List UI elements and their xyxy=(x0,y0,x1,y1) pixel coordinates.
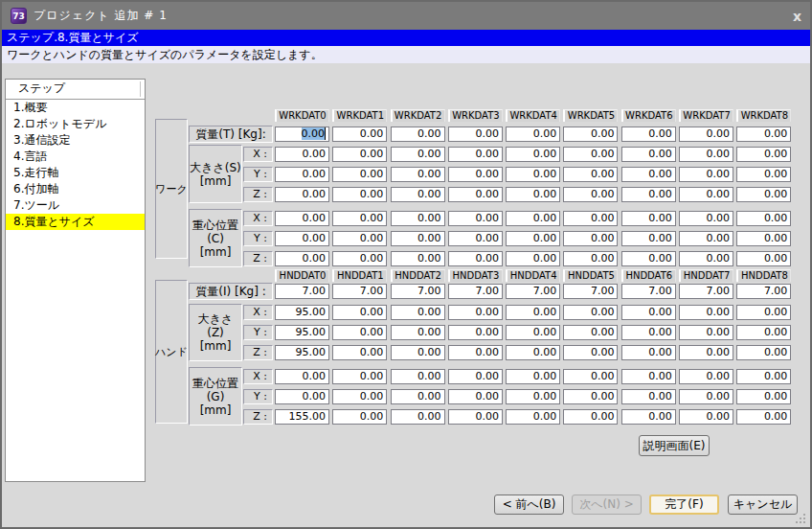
value-cell[interactable]: 0.00 xyxy=(391,389,445,404)
value-cell[interactable]: 0.00 xyxy=(332,126,387,142)
value-cell[interactable]: 0.00 xyxy=(679,369,733,384)
value-cell[interactable]: 0.00 xyxy=(275,187,329,202)
value-cell[interactable]: 7.00 xyxy=(448,284,503,299)
sidebar-step-item[interactable]: 7.ツール xyxy=(6,197,145,214)
value-cell[interactable]: 95.00 xyxy=(275,305,329,320)
value-cell[interactable]: 0.00 xyxy=(391,251,445,266)
value-cell[interactable]: 0.00 xyxy=(679,409,733,425)
value-cell[interactable]: 0.00 xyxy=(391,147,445,162)
value-cell[interactable]: 0.00 xyxy=(679,147,733,162)
value-cell[interactable]: 0.00 xyxy=(679,231,733,246)
value-cell[interactable]: 0.00 xyxy=(391,126,445,142)
value-cell[interactable]: 0.00 xyxy=(563,305,618,320)
value-cell[interactable]: 0.00 xyxy=(275,251,329,266)
value-cell[interactable]: 0.00 xyxy=(275,389,329,404)
value-cell[interactable]: 0.00 xyxy=(448,231,503,246)
value-cell[interactable]: 0.00 xyxy=(736,305,791,320)
value-cell[interactable]: 0.00 xyxy=(679,251,733,266)
value-cell[interactable]: 0.00 xyxy=(736,147,791,162)
value-cell[interactable]: 0.00 xyxy=(621,251,676,266)
value-cell[interactable]: 0.00 xyxy=(621,409,676,425)
value-cell[interactable]: 0.00 xyxy=(448,325,503,340)
value-cell[interactable]: 0.00 xyxy=(391,345,445,360)
value-cell[interactable]: 0.00 xyxy=(736,369,791,384)
value-cell[interactable]: 0.00 xyxy=(332,369,387,384)
value-cell[interactable]: 0.00 xyxy=(563,251,618,266)
value-cell[interactable]: 155.00 xyxy=(275,409,329,425)
sidebar-step-item[interactable]: 8.質量とサイズ xyxy=(6,214,145,230)
value-cell[interactable]: 0.00 xyxy=(621,187,676,202)
value-cell[interactable]: 0.00 xyxy=(448,251,503,266)
value-cell[interactable]: 0.00 xyxy=(736,126,791,142)
value-cell[interactable]: 0.00 xyxy=(506,345,560,360)
value-cell[interactable]: 0.00 xyxy=(332,305,387,320)
value-cell[interactable]: 0.00 xyxy=(332,187,387,202)
value-cell[interactable]: 0.00 xyxy=(448,345,503,360)
value-cell[interactable]: 0.00 xyxy=(275,369,329,384)
value-cell[interactable]: 0.00 xyxy=(275,147,329,162)
value-cell[interactable]: 0.00 xyxy=(332,325,387,340)
value-cell[interactable]: 0.00 xyxy=(736,167,791,182)
value-cell[interactable]: 0.00 xyxy=(736,409,791,425)
value-cell[interactable]: 0.00 xyxy=(679,305,733,320)
value-cell[interactable]: 0.00 xyxy=(448,211,503,226)
value-cell[interactable]: 0.00 xyxy=(679,389,733,404)
value-cell[interactable]: 0.00 xyxy=(391,305,445,320)
value-cell[interactable]: 0.00 xyxy=(448,167,503,182)
value-cell[interactable]: 0.00 xyxy=(736,389,791,404)
sidebar-step-item[interactable]: 5.走行軸 xyxy=(6,165,145,181)
value-cell[interactable]: 0.00 xyxy=(621,389,676,404)
value-cell[interactable]: 0.00 xyxy=(679,345,733,360)
value-cell[interactable]: 0.00 xyxy=(736,251,791,266)
value-cell[interactable]: 0.00 xyxy=(391,187,445,202)
value-cell[interactable]: 7.00 xyxy=(621,284,676,299)
value-cell[interactable]: 95.00 xyxy=(275,325,329,340)
sidebar-step-item[interactable]: 6.付加軸 xyxy=(6,181,145,197)
value-cell[interactable]: 0.00 xyxy=(332,389,387,404)
value-cell[interactable]: 7.00 xyxy=(275,284,329,299)
value-cell[interactable]: 0.00 xyxy=(275,167,329,182)
cancel-button[interactable]: キャンセル xyxy=(728,494,798,515)
value-cell[interactable]: 0.00 xyxy=(679,126,733,142)
sidebar-step-item[interactable]: 1.概要 xyxy=(6,100,145,116)
value-cell[interactable]: 0.00 xyxy=(563,147,618,162)
value-cell[interactable]: 0.00 xyxy=(563,211,618,226)
value-cell[interactable]: 0.00 xyxy=(621,231,676,246)
finish-button[interactable]: 完了(F) xyxy=(649,494,719,515)
value-cell[interactable]: 0.00 xyxy=(736,345,791,360)
value-cell[interactable]: 0.00 xyxy=(506,126,560,142)
value-cell[interactable]: 0.00 xyxy=(563,325,618,340)
value-cell[interactable]: 0.00 xyxy=(621,167,676,182)
value-cell[interactable]: 0.00 xyxy=(332,251,387,266)
value-cell[interactable]: 0.00 xyxy=(506,147,560,162)
value-cell[interactable]: 0.00 xyxy=(506,187,560,202)
sidebar-step-item[interactable]: 2.ロボットモデル xyxy=(6,116,145,132)
value-cell[interactable]: 0.00 xyxy=(563,389,618,404)
value-cell[interactable]: 0.00 xyxy=(563,126,618,142)
value-cell[interactable]: 0.00 xyxy=(563,231,618,246)
close-icon[interactable]: x xyxy=(793,10,801,23)
value-cell[interactable]: 0.00 xyxy=(621,325,676,340)
value-cell[interactable]: 0.00 xyxy=(332,409,387,425)
value-cell[interactable]: 7.00 xyxy=(736,284,791,299)
value-cell[interactable]: 0.00 xyxy=(679,325,733,340)
value-cell[interactable]: 7.00 xyxy=(506,284,560,299)
value-cell[interactable]: 0.00 xyxy=(391,369,445,384)
value-cell[interactable]: 0.00 xyxy=(506,325,560,340)
value-cell[interactable]: 0.00 xyxy=(679,167,733,182)
value-cell[interactable]: 0.00 xyxy=(448,187,503,202)
value-cell[interactable]: 0.00 xyxy=(736,187,791,202)
value-cell[interactable]: 0.00 xyxy=(621,211,676,226)
value-cell[interactable]: 0.00 xyxy=(332,231,387,246)
value-cell[interactable]: 0.00 xyxy=(736,325,791,340)
value-cell[interactable]: 0.00 xyxy=(736,231,791,246)
value-cell[interactable]: 0.00 xyxy=(448,369,503,384)
value-cell[interactable]: 7.00 xyxy=(679,284,733,299)
help-screen-button[interactable]: 説明画面(E) xyxy=(639,435,710,456)
value-cell[interactable]: 0.00 xyxy=(391,409,445,425)
value-cell[interactable]: 7.00 xyxy=(563,284,618,299)
value-cell[interactable]: 0.00 xyxy=(506,231,560,246)
value-cell[interactable]: 0.00 xyxy=(506,389,560,404)
value-cell[interactable]: 0.00 xyxy=(563,167,618,182)
value-cell[interactable]: 0.00 xyxy=(391,325,445,340)
